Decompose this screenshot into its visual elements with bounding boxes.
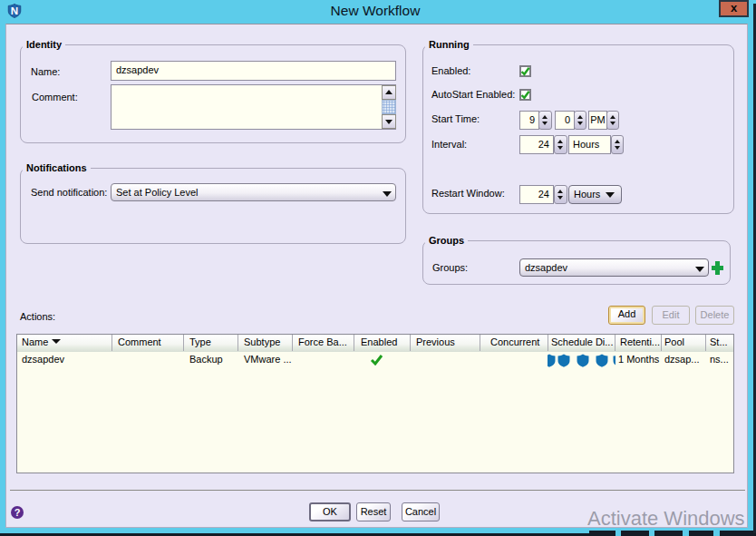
- svg-text:N: N: [11, 5, 18, 16]
